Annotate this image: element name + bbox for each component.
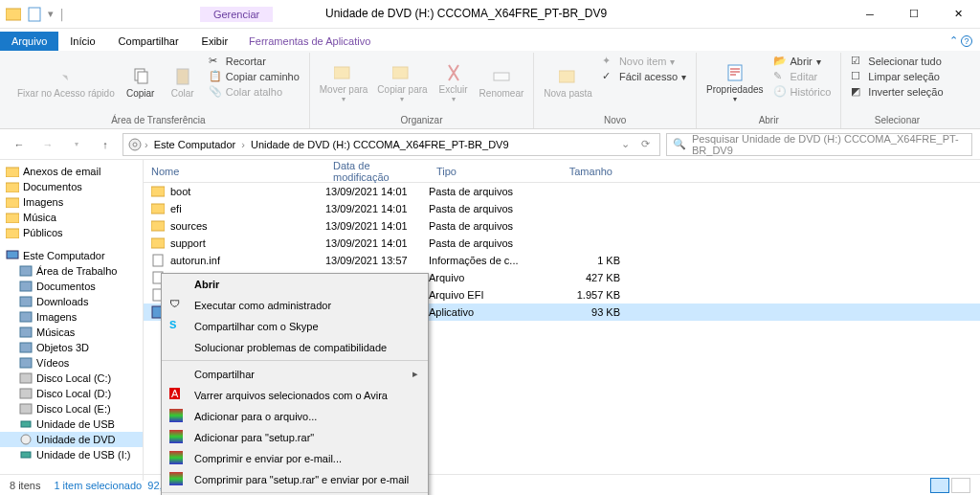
tree-node[interactable]: Unidade de USB — [0, 416, 143, 432]
svg-point-11 — [133, 143, 137, 146]
column-headers[interactable]: Nome Data de modificação Tipo Tamanho — [144, 160, 980, 183]
tree-node[interactable]: Documentos — [0, 279, 143, 294]
tree-node[interactable]: Documentos — [0, 179, 143, 194]
context-menu-item[interactable]: Compartilhar▸ — [162, 363, 428, 385]
move-to-button[interactable]: Mover para▾ — [316, 53, 372, 113]
tree-node[interactable]: Unidade de DVD — [0, 432, 143, 447]
tree-node[interactable]: Área de Trabalho — [0, 263, 143, 279]
minimize-button[interactable]: ─ — [848, 0, 892, 29]
context-menu-item[interactable]: 🛡Executar como administrador — [162, 295, 428, 316]
tab-view[interactable]: Exibir — [190, 32, 240, 51]
view-large-button[interactable] — [951, 478, 970, 493]
paste-button[interactable]: Colar — [163, 53, 203, 113]
context-menu-item[interactable]: AVarrer arquivos selecionados com o Avir… — [162, 385, 428, 406]
qat-properties-icon[interactable] — [27, 7, 42, 22]
properties-button[interactable]: Propriedades▾ — [702, 53, 767, 113]
tree-node[interactable]: Imagens — [0, 194, 143, 210]
select-all-button[interactable]: ☑Selecionar tudo — [851, 55, 943, 68]
col-size[interactable]: Tamanho — [544, 166, 620, 177]
copy-path-button[interactable]: 📋Copiar caminho — [209, 70, 300, 83]
up-button[interactable]: ↑ — [94, 133, 117, 156]
svg-rect-15 — [6, 214, 19, 223]
tree-node[interactable]: Objetos 3D — [0, 340, 143, 355]
tree-node[interactable]: Unidade de USB (I:) — [0, 447, 143, 462]
file-row[interactable]: efi13/09/2021 14:01Pasta de arquivos — [144, 200, 980, 217]
tree-node[interactable]: Disco Local (E:) — [0, 401, 143, 416]
pin-quick-access-button[interactable]: Fixar no Acesso rápido — [13, 53, 119, 113]
paste-shortcut-button[interactable]: 📎Colar atalho — [209, 85, 300, 99]
history-button[interactable]: 🕘Histórico — [773, 85, 832, 99]
easy-access-button[interactable]: ✓Fácil acesso ▾ — [602, 70, 686, 83]
contextual-tab-manage[interactable]: Gerenciar — [200, 7, 273, 22]
tree-node[interactable]: Músicas — [0, 325, 143, 340]
navigation-tree[interactable]: Anexos de emailDocumentosImagensMúsicaPú… — [0, 160, 144, 481]
svg-rect-24 — [20, 358, 32, 368]
context-menu-item[interactable]: Comprimir e enviar por e-mail... — [162, 448, 428, 469]
col-date[interactable]: Data de modificação — [325, 160, 429, 183]
file-row[interactable]: sources13/09/2021 14:01Pasta de arquivos — [144, 217, 980, 235]
maximize-button[interactable]: ☐ — [892, 0, 936, 29]
tab-file[interactable]: Arquivo — [0, 32, 58, 51]
svg-rect-25 — [20, 373, 32, 383]
address-bar: ← → ▾ ↑ › Este Computador › Unidade de D… — [0, 129, 980, 160]
copy-button[interactable]: Copiar — [121, 53, 161, 113]
tree-node[interactable]: Downloads — [0, 294, 143, 309]
svg-rect-28 — [21, 421, 31, 427]
forward-button[interactable]: → — [36, 133, 59, 156]
back-button[interactable]: ← — [8, 133, 31, 156]
tree-node[interactable]: Disco Local (D:) — [0, 386, 143, 401]
search-input[interactable]: 🔍 Pesquisar Unidade de DVD (H:) CCCOMA_X… — [666, 133, 972, 156]
context-menu-item[interactable]: Adicionar para o arquivo... — [162, 406, 428, 427]
context-menu-item[interactable]: SCompartilhar com o Skype — [162, 316, 428, 337]
tab-share[interactable]: Compartilhar — [107, 32, 190, 51]
open-button[interactable]: 📂Abrir ▾ — [773, 55, 832, 68]
tree-node[interactable]: Disco Local (C:) — [0, 371, 143, 386]
file-row[interactable]: autorun.inf13/09/2021 13:57Informações d… — [144, 252, 980, 269]
view-details-button[interactable] — [930, 478, 949, 493]
context-menu-item[interactable]: Abrir — [162, 274, 428, 295]
select-none-button[interactable]: ☐Limpar seleção — [851, 70, 943, 83]
col-type[interactable]: Tipo — [429, 166, 544, 177]
col-name[interactable]: Nome — [144, 166, 325, 177]
tree-node[interactable]: Este Computador — [0, 248, 143, 263]
status-selected-count: 1 item selecionado — [54, 480, 142, 491]
tree-node[interactable]: Públicos — [0, 225, 143, 240]
svg-rect-32 — [151, 204, 165, 214]
recent-dropdown[interactable]: ▾ — [65, 133, 88, 156]
rename-button[interactable]: Renomear — [476, 53, 528, 113]
breadcrumb-dropdown-icon[interactable]: ⌄ — [617, 138, 634, 150]
svg-rect-4 — [177, 69, 189, 84]
tab-home[interactable]: Início — [58, 32, 106, 51]
new-item-button[interactable]: ✦Novo item ▾ — [602, 55, 686, 68]
edit-button[interactable]: ✎Editar — [773, 70, 832, 83]
breadcrumb-root[interactable]: Este Computador — [150, 139, 240, 150]
svg-rect-1 — [29, 8, 40, 21]
invert-selection-button[interactable]: ◩Inverter seleção — [851, 85, 943, 99]
title-bar: ▾ │ Gerenciar Unidade de DVD (H:) CCCOMA… — [0, 0, 980, 29]
file-row[interactable]: boot13/09/2021 14:01Pasta de arquivos — [144, 183, 980, 200]
context-menu-item[interactable]: Adicionar para "setup.rar" — [162, 427, 428, 448]
svg-rect-16 — [6, 229, 19, 238]
tree-node[interactable]: Vídeos — [0, 355, 143, 371]
qat-dropdown-icon[interactable]: ▾ — [48, 8, 54, 20]
close-button[interactable]: ✕ — [936, 0, 980, 29]
svg-rect-17 — [7, 251, 18, 259]
context-menu-item[interactable]: Comprimir para "setup.rar" e enviar por … — [162, 469, 428, 490]
copy-to-button[interactable]: Copiar para▾ — [373, 53, 431, 113]
breadcrumb-drive[interactable]: Unidade de DVD (H:) CCCOMA_X64FRE_PT-BR_… — [247, 139, 513, 150]
tree-node[interactable]: Música — [0, 210, 143, 225]
new-folder-button[interactable]: Nova pasta — [540, 53, 596, 113]
context-menu-item[interactable]: Solucionar problemas de compatibilidade — [162, 337, 428, 358]
tree-node[interactable]: Imagens — [0, 309, 143, 325]
tree-node[interactable]: Anexos de email — [0, 164, 143, 179]
cut-button[interactable]: ✂Recortar — [209, 55, 300, 68]
file-row[interactable]: support13/09/2021 14:01Pasta de arquivos — [144, 235, 980, 252]
breadcrumb[interactable]: › Este Computador › Unidade de DVD (H:) … — [122, 133, 660, 156]
svg-rect-30 — [21, 452, 31, 458]
tab-app-tools[interactable]: Ferramentas de Aplicativo — [239, 32, 380, 51]
search-icon: 🔍 — [673, 138, 686, 150]
ribbon-collapse-icon[interactable]: ⌃ ? — [942, 31, 980, 51]
svg-rect-31 — [151, 187, 165, 196]
refresh-icon[interactable]: ⟳ — [635, 138, 656, 150]
delete-button[interactable]: Excluir▾ — [434, 53, 474, 113]
